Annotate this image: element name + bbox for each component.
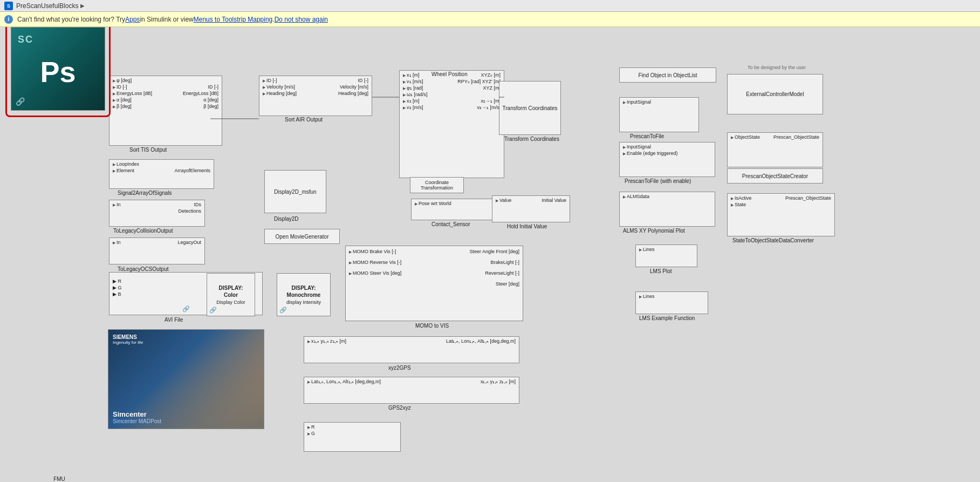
info-bar: i Can't find what you're looking for? Tr… — [0, 12, 980, 27]
info-icon: i — [4, 15, 13, 24]
siemens-logo: SIEMENS Ingenuity for life — [113, 334, 143, 345]
info-text-mid: in Simulink or view — [140, 16, 193, 23]
title-bar: S PreScanUsefulBlocks ▶ — [0, 0, 980, 12]
prescan-obj-creator-block[interactable]: PrescanObjectStateCreator — [727, 168, 823, 184]
sort-tis-label: Sort TIS Output — [129, 147, 167, 153]
open-movie-block[interactable]: Open MovieGenerator — [264, 229, 340, 244]
prescan-to-file-enable-label: PrescanToFile (with enable) — [625, 178, 691, 184]
sort-air-block[interactable]: ID [-]ID [-] Velocity [m/s]Velocity [m/s… — [259, 76, 372, 116]
hold-initial-label: Hold Initial Value — [507, 223, 547, 229]
fmu-inner: SC Ps 🔗 — [11, 27, 105, 111]
wheel-position-block[interactable]: x₁ [m]XYZ₀ [m] v₁ [m/s]RPY₀ [rad] XYZ' [… — [399, 70, 504, 178]
simcenter-product: Simcenter MADPost — [113, 418, 259, 424]
fmu-block[interactable]: SC Ps 🔗 FMU — [0, 27, 119, 127]
signal2array-block[interactable]: LoopIndex ElementArrayofElements — [109, 159, 214, 189]
display2d-label: Display2D — [274, 216, 299, 222]
to-legacy-ocs-block[interactable]: InLegacyOut — [109, 237, 205, 264]
lms-example-block[interactable]: Lines — [635, 291, 708, 314]
fmu-sc-label: SC — [18, 34, 33, 45]
contact-sensor-label: Contact_Sensor — [431, 221, 470, 227]
alms-xy-block[interactable]: ALMSdata — [619, 192, 715, 227]
breadcrumb-arrow: ▶ — [80, 3, 85, 9]
avi-file-label: AVI File — [165, 317, 183, 323]
sort-air-label: Sort AIR Output — [285, 117, 323, 123]
lms-example-label: LMS Example Function — [639, 315, 695, 321]
display-color-block[interactable]: DISPLAY:Color Display Color 🔗 — [207, 273, 255, 316]
external-controller-block[interactable]: ExternalControllerModel — [727, 74, 823, 114]
momo-vis-block[interactable]: MOMO Brake Vis [-]Steer Angle Front [deg… — [345, 246, 523, 321]
to-legacy-collision-block[interactable]: InIDs Detections — [109, 200, 205, 227]
state-to-obj-block[interactable]: IsActivePrescan_ObjectState State — [727, 193, 835, 236]
momo-vis-label: MOMO to VIS — [415, 323, 449, 329]
transform-coords-block[interactable]: Transform Coordinates — [499, 81, 561, 135]
fmu-link-icon: 🔗 — [16, 97, 25, 106]
state-to-obj-label: StateToObjectStateDataConverter — [732, 237, 814, 243]
wheel-position-label: Wheel Position — [431, 71, 468, 77]
simcenter-title: Simcenter — [113, 410, 259, 418]
hold-initial-block[interactable]: ValueInitial Value — [492, 195, 570, 222]
gps2xyz-label: GPS2xyz — [388, 405, 411, 411]
display-mono-block[interactable]: DISPLAY:Monochrome display Intensity 🔗 — [277, 273, 331, 316]
app-icon: S — [4, 2, 13, 10]
xyz2gps-block[interactable]: x₁,ₙ y₁,ₙ z₁,ₙ [m]Lat₁,ₙ, Lon₁,ₙ, Alt₁,ₙ… — [304, 336, 519, 363]
coord-transform-block[interactable]: Coordinate Transformation — [410, 177, 464, 193]
rg-block: R G — [304, 422, 401, 452]
to-legacy-ocs-label: ToLegacyOCSOutput — [118, 266, 169, 272]
gps2xyz-block[interactable]: Lat₁,ₙ, Lon₁,ₙ, Alt₁,ₙ [deg,deg,m]x₁,ₙ y… — [304, 377, 519, 404]
canvas: φ [deg] ID [-]ID [-] EnergyLoss [dB]Ener… — [0, 27, 980, 482]
fmu-ps-label: Ps — [40, 55, 76, 89]
signal2array-label: Signal2ArrayOfSignals — [118, 190, 172, 196]
display2d-block[interactable]: Display2D_msfun — [264, 170, 326, 213]
info-text-before: Can't find what you're looking for? Try — [17, 16, 125, 23]
alms-xy-label: ALMS XY Polynomial Plot — [623, 228, 685, 234]
prescan-to-file-label: PrescanToFile — [630, 133, 664, 139]
prescan-to-file-block[interactable]: InputSignal — [619, 97, 699, 132]
lms-plot-label: LMS Plot — [650, 268, 672, 274]
object-state-block[interactable]: ObjectStatePrescan_ObjectState — [727, 132, 823, 167]
lms-plot-block[interactable]: Lines — [635, 245, 697, 267]
prescan-to-file-enable-block[interactable]: InputSignal Enable (edge triggered) — [619, 142, 715, 177]
apps-link[interactable]: Apps — [125, 16, 140, 23]
dismiss-link[interactable]: Do not show again — [275, 16, 328, 23]
sort-tis-block[interactable]: φ [deg] ID [-]ID [-] EnergyLoss [dB]Ener… — [109, 76, 222, 146]
xyz2gps-label: xyz2GPS — [388, 365, 411, 371]
to-be-designed-text: To be designed by the user — [728, 65, 825, 70]
find-object-block[interactable]: Find Object in ObjectList — [619, 67, 716, 83]
menus-link[interactable]: Menus to Toolstrip Mapping — [194, 16, 273, 23]
simcenter-image: SIEMENS Ingenuity for life Simcenter Sim… — [108, 329, 264, 429]
window-title: PreScanUsefulBlocks — [16, 2, 78, 10]
fmu-label: FMU — [0, 476, 119, 482]
to-legacy-collision-label: ToLegacyCollisionOutput — [113, 228, 173, 234]
transform-coords-label: Transform Coordinates — [504, 136, 559, 142]
